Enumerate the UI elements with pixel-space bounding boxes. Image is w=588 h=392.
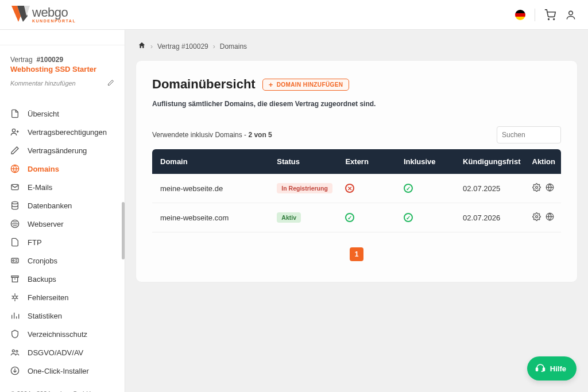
sidebar-item-overview[interactable]: Übersicht: [0, 104, 125, 123]
sidebar-item-oneclick[interactable]: One-Click-Installer: [0, 362, 125, 380]
headset-icon: [535, 363, 546, 375]
check-icon: ✓: [345, 213, 354, 222]
sidebar-item-emails[interactable]: E-Mails: [0, 178, 125, 196]
logo-mark-icon: [11, 6, 30, 24]
sidebar-item-label: Verzeichnisschutz: [28, 330, 87, 339]
plus-icon: +: [269, 81, 273, 88]
status-badge: In Registrierung: [277, 183, 332, 193]
contract-label: Vertrag: [10, 56, 33, 64]
home-icon[interactable]: [138, 41, 146, 51]
add-domain-label: DOMAIN HINZUFÜGEN: [277, 81, 343, 88]
globe-icon[interactable]: [546, 183, 554, 193]
sidebar-item-perm[interactable]: Vertragsberechtigungen: [0, 123, 125, 141]
cart-icon[interactable]: [544, 9, 556, 21]
clock-icon: [10, 256, 20, 265]
svg-point-7: [554, 18, 555, 20]
download-icon: [10, 366, 20, 375]
sidebar-item-db[interactable]: Datenbanken: [0, 196, 125, 215]
svg-point-36: [16, 350, 18, 352]
svg-rect-45: [536, 368, 537, 371]
svg-line-28: [12, 298, 13, 298]
svg-point-9: [12, 129, 15, 132]
settings-icon[interactable]: [532, 183, 541, 193]
cross-icon: ✕: [345, 184, 354, 193]
svg-line-29: [17, 298, 18, 298]
svg-point-15: [12, 201, 18, 204]
topbar-divider: [535, 9, 535, 21]
comment-placeholder[interactable]: Kommentar hinzufügen: [10, 80, 76, 87]
sidebar: Vertrag #100029 Webhosting SSD Starter K…: [0, 30, 125, 392]
help-button[interactable]: Hilfe: [527, 356, 577, 381]
col-inklusive: Inklusive: [398, 149, 457, 174]
sidebar-item-dsgvo[interactable]: DSGVO/ADV/AV: [0, 343, 125, 362]
users-icon: [10, 348, 20, 357]
sidebar-item-label: E-Mails: [28, 183, 52, 192]
sidebar-nav: ÜbersichtVertragsberechtigungenVertragsä…: [0, 104, 125, 380]
sidebar-item-label: Übersicht: [28, 110, 59, 118]
account-icon[interactable]: [565, 9, 577, 21]
cell-inklusive: ✓: [398, 203, 457, 232]
cell-inklusive: ✓: [398, 174, 457, 203]
table-row: meine-webseite.comAktiv✓✓02.07.2026: [152, 203, 561, 232]
status-badge: Aktiv: [277, 212, 301, 223]
cell-frist: 02.07.2025: [457, 174, 526, 203]
archive-icon: [10, 274, 20, 284]
svg-line-27: [17, 296, 18, 296]
col-frist: Kündigungsfrist: [457, 149, 526, 174]
cell-extern: ✕: [339, 174, 397, 203]
svg-point-24: [13, 296, 16, 298]
sidebar-item-label: One-Click-Installer: [28, 367, 89, 375]
cell-domain: meine-webseite.de: [152, 174, 271, 203]
language-flag-de[interactable]: [515, 10, 525, 20]
brand-name: webgo: [32, 6, 76, 19]
contract-product: Webhosting SSD Starter: [10, 65, 114, 73]
edit-icon: [10, 146, 20, 155]
contract-number: #100029: [36, 56, 63, 64]
sidebar-item-error[interactable]: Fehlerseiten: [0, 288, 125, 306]
brand-sub: KUNDENPORTAL: [32, 19, 76, 23]
sidebar-item-label: FTP: [28, 238, 42, 247]
svg-point-42: [535, 216, 537, 218]
svg-point-39: [535, 187, 537, 189]
check-icon: ✓: [404, 184, 413, 193]
svg-point-6: [548, 18, 550, 20]
pagination: 1: [152, 247, 561, 261]
brand-logo[interactable]: webgo KUNDENPORTAL: [11, 6, 76, 24]
globe-icon[interactable]: [546, 212, 554, 223]
mail-icon: [10, 183, 20, 192]
sidebar-item-cron[interactable]: Cronjobs: [0, 251, 125, 270]
col-status: Status: [271, 149, 339, 174]
settings-icon[interactable]: [532, 212, 541, 223]
sidebar-item-stats[interactable]: Statistiken: [0, 306, 125, 325]
sidebar-item-protect[interactable]: Verzeichnisschutz: [0, 325, 125, 343]
sidebar-scrollbar[interactable]: [121, 30, 125, 392]
sidebar-item-web[interactable]: Webserver: [0, 215, 125, 233]
cell-domain: meine-webseite.com: [152, 203, 271, 232]
sidebar-item-ftp[interactable]: FTP: [0, 233, 125, 251]
add-domain-button[interactable]: + DOMAIN HINZUFÜGEN: [262, 79, 350, 91]
sidebar-item-label: Statistiken: [28, 312, 62, 320]
sidebar-item-label: Cronjobs: [28, 257, 57, 265]
svg-rect-4: [515, 13, 525, 17]
svg-rect-5: [515, 17, 525, 20]
edit-comment-icon[interactable]: [107, 79, 114, 87]
sidebar-item-label: DSGVO/ADV/AV: [28, 348, 83, 357]
server-icon: [10, 219, 20, 228]
page-1-button[interactable]: 1: [350, 247, 363, 261]
folder-icon: [10, 238, 20, 247]
sidebar-item-label: Domains: [28, 165, 59, 173]
sidebar-item-change[interactable]: Vertragsänderung: [0, 141, 125, 160]
cell-extern: ✓: [339, 203, 397, 232]
sidebar-item-label: Vertragsänderung: [28, 146, 87, 155]
sidebar-item-domains[interactable]: Domains: [0, 160, 125, 178]
shield-icon: [10, 329, 20, 339]
sidebar-item-backup[interactable]: Backups: [0, 270, 125, 288]
table-row: meine-webseite.deIn Registrierung✕✓02.07…: [152, 174, 561, 203]
breadcrumb-item[interactable]: Domains: [220, 42, 247, 51]
breadcrumb-item[interactable]: Vertrag #100029: [157, 42, 208, 51]
user-plus-icon: [10, 127, 20, 137]
svg-line-26: [12, 296, 13, 296]
help-label: Hilfe: [550, 364, 566, 373]
search-input[interactable]: [497, 126, 561, 143]
check-icon: ✓: [404, 213, 413, 222]
